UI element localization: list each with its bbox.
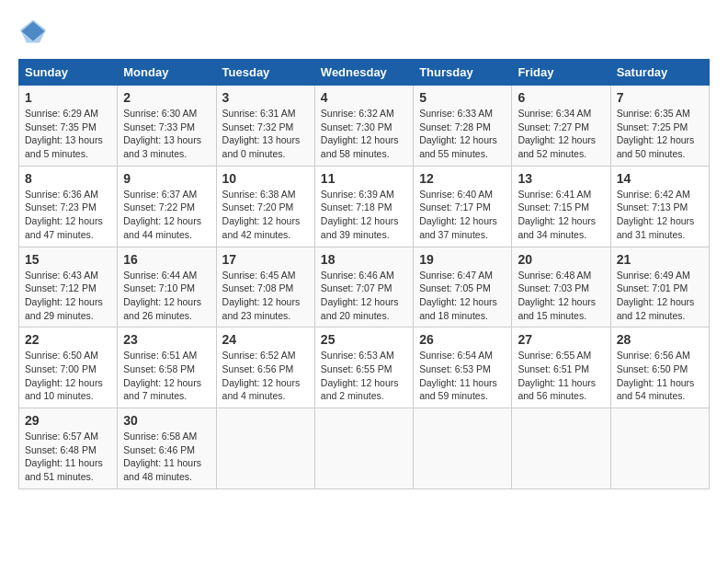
day-info: Sunrise: 6:40 AM Sunset: 7:17 PM Dayligh…: [419, 188, 506, 242]
calendar-cell: 27Sunrise: 6:55 AM Sunset: 6:51 PM Dayli…: [512, 327, 610, 408]
day-info: Sunrise: 6:49 AM Sunset: 7:01 PM Dayligh…: [617, 269, 703, 323]
day-info: Sunrise: 6:48 AM Sunset: 7:03 PM Dayligh…: [518, 269, 604, 323]
day-info: Sunrise: 6:42 AM Sunset: 7:13 PM Dayligh…: [617, 188, 703, 242]
calendar-cell: [610, 408, 709, 489]
calendar-cell: 17Sunrise: 6:45 AM Sunset: 7:08 PM Dayli…: [216, 247, 314, 327]
day-number: 26: [419, 332, 506, 347]
day-info: Sunrise: 6:47 AM Sunset: 7:05 PM Dayligh…: [419, 269, 506, 323]
calendar-cell: [314, 408, 413, 489]
calendar-cell: 4Sunrise: 6:32 AM Sunset: 7:30 PM Daylig…: [314, 86, 413, 167]
day-info: Sunrise: 6:34 AM Sunset: 7:27 PM Dayligh…: [518, 107, 604, 161]
day-info: Sunrise: 6:58 AM Sunset: 6:46 PM Dayligh…: [123, 430, 210, 484]
day-info: Sunrise: 6:41 AM Sunset: 7:15 PM Dayligh…: [518, 188, 604, 242]
day-info: Sunrise: 6:54 AM Sunset: 6:53 PM Dayligh…: [419, 349, 506, 403]
logo-icon: [20, 18, 46, 44]
logo: [18, 18, 46, 44]
day-number: 18: [321, 252, 407, 267]
day-number: 7: [617, 90, 703, 105]
day-info: Sunrise: 6:46 AM Sunset: 7:07 PM Dayligh…: [321, 269, 407, 323]
day-number: 1: [25, 90, 111, 105]
day-info: Sunrise: 6:55 AM Sunset: 6:51 PM Dayligh…: [518, 349, 604, 403]
day-number: 19: [419, 252, 506, 267]
day-number: 29: [25, 413, 111, 428]
day-number: 11: [321, 171, 407, 186]
day-info: Sunrise: 6:38 AM Sunset: 7:20 PM Dayligh…: [222, 188, 309, 242]
calendar-cell: 18Sunrise: 6:46 AM Sunset: 7:07 PM Dayli…: [314, 247, 413, 327]
calendar-cell: 7Sunrise: 6:35 AM Sunset: 7:25 PM Daylig…: [610, 86, 709, 167]
day-number: 30: [123, 413, 210, 428]
day-info: Sunrise: 6:57 AM Sunset: 6:48 PM Dayligh…: [25, 430, 111, 484]
day-info: Sunrise: 6:32 AM Sunset: 7:30 PM Dayligh…: [321, 107, 407, 161]
day-info: Sunrise: 6:43 AM Sunset: 7:12 PM Dayligh…: [25, 269, 111, 323]
day-number: 10: [222, 171, 309, 186]
day-number: 23: [123, 332, 210, 347]
day-info: Sunrise: 6:51 AM Sunset: 6:58 PM Dayligh…: [123, 349, 210, 403]
calendar-cell: 30Sunrise: 6:58 AM Sunset: 6:46 PM Dayli…: [118, 408, 216, 489]
day-info: Sunrise: 6:36 AM Sunset: 7:23 PM Dayligh…: [25, 188, 111, 242]
day-number: 27: [518, 332, 604, 347]
calendar-cell: 19Sunrise: 6:47 AM Sunset: 7:05 PM Dayli…: [414, 247, 512, 327]
calendar-cell: [512, 408, 610, 489]
day-number: 3: [222, 90, 309, 105]
calendar-cell: 10Sunrise: 6:38 AM Sunset: 7:20 PM Dayli…: [216, 166, 314, 247]
day-number: 14: [617, 171, 703, 186]
day-number: 13: [518, 171, 604, 186]
day-info: Sunrise: 6:37 AM Sunset: 7:22 PM Dayligh…: [123, 188, 210, 242]
col-header-tuesday: Tuesday: [216, 60, 314, 86]
day-info: Sunrise: 6:44 AM Sunset: 7:10 PM Dayligh…: [123, 269, 210, 323]
calendar-cell: 8Sunrise: 6:36 AM Sunset: 7:23 PM Daylig…: [19, 166, 118, 247]
day-number: 24: [222, 332, 309, 347]
calendar-cell: 3Sunrise: 6:31 AM Sunset: 7:32 PM Daylig…: [216, 86, 314, 167]
calendar-cell: 14Sunrise: 6:42 AM Sunset: 7:13 PM Dayli…: [610, 166, 709, 247]
col-header-friday: Friday: [512, 60, 610, 86]
calendar-cell: 5Sunrise: 6:33 AM Sunset: 7:28 PM Daylig…: [414, 86, 512, 167]
calendar-cell: 23Sunrise: 6:51 AM Sunset: 6:58 PM Dayli…: [118, 327, 216, 408]
day-info: Sunrise: 6:35 AM Sunset: 7:25 PM Dayligh…: [617, 107, 703, 161]
calendar-cell: 11Sunrise: 6:39 AM Sunset: 7:18 PM Dayli…: [314, 166, 413, 247]
day-number: 22: [25, 332, 111, 347]
day-number: 6: [518, 90, 604, 105]
calendar-cell: 16Sunrise: 6:44 AM Sunset: 7:10 PM Dayli…: [118, 247, 216, 327]
day-number: 2: [123, 90, 210, 105]
calendar-cell: 20Sunrise: 6:48 AM Sunset: 7:03 PM Dayli…: [512, 247, 610, 327]
day-number: 8: [25, 171, 111, 186]
day-number: 25: [321, 332, 407, 347]
day-number: 12: [419, 171, 506, 186]
calendar-cell: 2Sunrise: 6:30 AM Sunset: 7:33 PM Daylig…: [118, 86, 216, 167]
day-info: Sunrise: 6:29 AM Sunset: 7:35 PM Dayligh…: [25, 107, 111, 161]
calendar-cell: 25Sunrise: 6:53 AM Sunset: 6:55 PM Dayli…: [314, 327, 413, 408]
calendar-cell: 29Sunrise: 6:57 AM Sunset: 6:48 PM Dayli…: [19, 408, 118, 489]
calendar-cell: 26Sunrise: 6:54 AM Sunset: 6:53 PM Dayli…: [414, 327, 512, 408]
col-header-saturday: Saturday: [610, 60, 709, 86]
day-number: 4: [321, 90, 407, 105]
calendar-cell: [414, 408, 512, 489]
day-info: Sunrise: 6:56 AM Sunset: 6:50 PM Dayligh…: [617, 349, 703, 403]
calendar-cell: 21Sunrise: 6:49 AM Sunset: 7:01 PM Dayli…: [610, 247, 709, 327]
calendar-cell: 12Sunrise: 6:40 AM Sunset: 7:17 PM Dayli…: [414, 166, 512, 247]
day-info: Sunrise: 6:50 AM Sunset: 7:00 PM Dayligh…: [25, 349, 111, 403]
day-info: Sunrise: 6:30 AM Sunset: 7:33 PM Dayligh…: [123, 107, 210, 161]
day-info: Sunrise: 6:53 AM Sunset: 6:55 PM Dayligh…: [321, 349, 407, 403]
col-header-sunday: Sunday: [19, 60, 118, 86]
page-header: [18, 18, 710, 44]
calendar-cell: 9Sunrise: 6:37 AM Sunset: 7:22 PM Daylig…: [118, 166, 216, 247]
day-info: Sunrise: 6:52 AM Sunset: 6:56 PM Dayligh…: [222, 349, 309, 403]
day-info: Sunrise: 6:33 AM Sunset: 7:28 PM Dayligh…: [419, 107, 506, 161]
calendar-cell: 24Sunrise: 6:52 AM Sunset: 6:56 PM Dayli…: [216, 327, 314, 408]
day-number: 17: [222, 252, 309, 267]
day-number: 16: [123, 252, 210, 267]
col-header-thursday: Thursday: [414, 60, 512, 86]
calendar-cell: [216, 408, 314, 489]
svg-marker-1: [20, 19, 46, 42]
calendar-table: SundayMondayTuesdayWednesdayThursdayFrid…: [18, 59, 710, 489]
calendar-cell: 1Sunrise: 6:29 AM Sunset: 7:35 PM Daylig…: [19, 86, 118, 167]
day-info: Sunrise: 6:31 AM Sunset: 7:32 PM Dayligh…: [222, 107, 309, 161]
calendar-cell: 13Sunrise: 6:41 AM Sunset: 7:15 PM Dayli…: [512, 166, 610, 247]
day-number: 15: [25, 252, 111, 267]
col-header-wednesday: Wednesday: [314, 60, 413, 86]
day-info: Sunrise: 6:45 AM Sunset: 7:08 PM Dayligh…: [222, 269, 309, 323]
col-header-monday: Monday: [118, 60, 216, 86]
calendar-cell: 22Sunrise: 6:50 AM Sunset: 7:00 PM Dayli…: [19, 327, 118, 408]
calendar-cell: 15Sunrise: 6:43 AM Sunset: 7:12 PM Dayli…: [19, 247, 118, 327]
day-number: 5: [419, 90, 506, 105]
